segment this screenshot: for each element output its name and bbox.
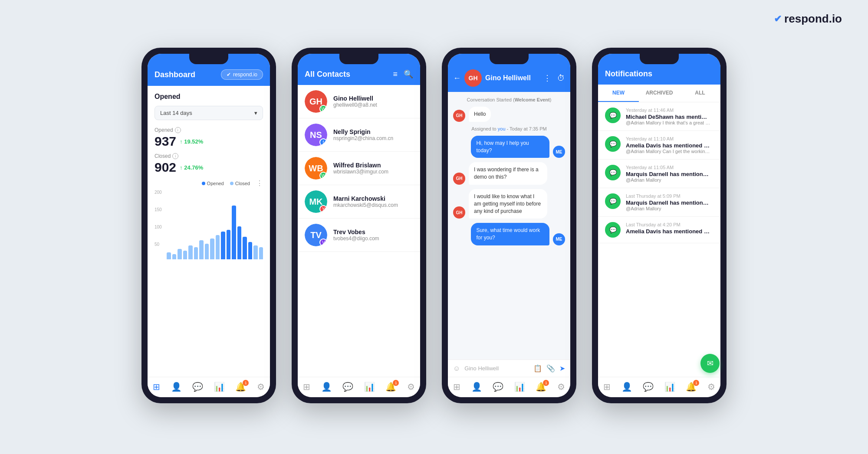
notification-text: Last Thursday at 4:20 PM Amelia Davis ha… xyxy=(626,222,710,238)
chart-legend: Opened Closed ⋮ xyxy=(155,179,263,187)
msg-avatar-sent-2: ME xyxy=(553,233,565,245)
msg-received-2: GH I was wondering if there is a demo on… xyxy=(453,162,565,185)
nav-contacts-icon[interactable]: 👤 xyxy=(621,382,632,392)
nav-settings-icon[interactable]: ⚙ xyxy=(557,382,565,392)
contact-platform-badge: V xyxy=(319,238,327,246)
contact-item[interactable]: TV V Trev Vobes tvobes4@diigo.com xyxy=(298,219,420,252)
more-icon[interactable]: ⋮ xyxy=(543,73,551,83)
chart-bar xyxy=(221,232,225,259)
nav-contacts-icon[interactable]: 👤 xyxy=(471,382,482,392)
attachment-icon[interactable]: 📎 xyxy=(546,364,555,372)
chat-header: ← GH Gino Helliwell ⋮ ⏱ xyxy=(448,54,570,92)
send-icon[interactable]: ➤ xyxy=(559,364,565,372)
info-icon[interactable]: ⏱ xyxy=(557,74,565,83)
contact-email: mkarchowski5@disqus.com xyxy=(333,202,398,208)
chevron-down-icon: ▾ xyxy=(254,110,257,116)
notification-item[interactable]: 💬 Yesterday at 11:10 AM Amelia Davis has… xyxy=(598,131,720,160)
dashboard-title: Dashboard xyxy=(155,70,195,79)
bubble-received-3: I would like to know what I am getting m… xyxy=(469,189,547,219)
tab-new[interactable]: NEW xyxy=(598,85,639,102)
nav-settings-icon[interactable]: ⚙ xyxy=(257,382,265,392)
nav-chat-icon[interactable]: 💬 xyxy=(493,382,503,392)
badge-check-icon: ✔ xyxy=(227,72,231,78)
notification-icon: 💬 xyxy=(605,222,621,238)
nav-stats-icon[interactable]: 📊 xyxy=(364,382,375,392)
nav-notif-icon[interactable]: 🔔1 xyxy=(385,382,396,392)
contact-item[interactable]: WB W Wilfred Brislawn wbrislawn3@imgur.c… xyxy=(298,152,420,185)
phone-dashboard: Dashboard ✔ respond.io Opened Last 14 da… xyxy=(141,48,276,403)
nav-notif-icon[interactable]: 🔔1 xyxy=(235,382,246,392)
bubble-received-2: I was wondering if there is a demo on th… xyxy=(469,162,547,185)
chat-input-field[interactable]: Gino Helliwell xyxy=(464,365,529,372)
search-icon[interactable]: 🔍 xyxy=(404,69,413,79)
nav-chat-icon[interactable]: 💬 xyxy=(342,382,353,392)
opened-dot xyxy=(202,182,205,185)
nav-home-icon[interactable]: ⊞ xyxy=(153,382,160,392)
contact-avatar: NS f xyxy=(305,124,327,146)
filter-icon[interactable]: ≡ xyxy=(393,70,398,79)
notification-title: Marquis Darnell has mentioned you i... xyxy=(626,199,710,206)
notification-item[interactable]: 💬 Last Thursday at 4:20 PM Amelia Davis … xyxy=(598,217,720,243)
tab-archived[interactable]: ARCHIVED xyxy=(639,85,680,102)
msg-avatar-sent-1: ME xyxy=(553,146,565,158)
notification-time: Yesterday at 11:10 AM xyxy=(626,136,710,141)
tab-all[interactable]: ALL xyxy=(680,85,720,102)
emoji-icon[interactable]: ☺ xyxy=(453,365,460,372)
nav-home-icon[interactable]: ⊞ xyxy=(453,382,460,392)
dashboard-badge: ✔ respond.io xyxy=(221,69,263,80)
nav-contacts-icon[interactable]: 👤 xyxy=(171,382,182,392)
notification-time: Last Thursday at 5:09 PM xyxy=(626,193,710,199)
contact-info: Nelly Sprigin nspringin2@china.com.cn xyxy=(333,128,393,141)
chat-input-bar: ☺ Gino Helliwell 📋 📎 ➤ xyxy=(448,359,570,377)
fab-compose[interactable]: ✉ xyxy=(700,354,720,373)
notification-item[interactable]: 💬 Yesterday at 11:05 AM Marquis Darnell … xyxy=(598,160,720,188)
nav-stats-icon[interactable]: 📊 xyxy=(214,382,225,392)
back-icon[interactable]: ← xyxy=(453,74,461,83)
chart-bar xyxy=(237,226,242,259)
phone-dashboard-inner: Dashboard ✔ respond.io Opened Last 14 da… xyxy=(148,54,270,397)
contact-item[interactable]: MK Y Marni Karchowski mkarchowski5@disqu… xyxy=(298,185,420,219)
contact-avatar: TV V xyxy=(305,224,327,246)
contact-info: Gino Helliwell ghelliwell0@a8.net xyxy=(333,95,377,108)
chat-contact-name: Gino Helliwell xyxy=(485,74,540,82)
contacts-list: GH W Gino Helliwell ghelliwell0@a8.net N… xyxy=(298,85,420,377)
nav-settings-icon[interactable]: ⚙ xyxy=(707,382,715,392)
nav-settings-icon[interactable]: ⚙ xyxy=(407,382,415,392)
nav-notif-icon[interactable]: 🔔1 xyxy=(536,382,546,392)
notif-badge: 1 xyxy=(393,380,399,386)
closed-value: 902 ↑ 24.76% xyxy=(155,160,263,175)
chart-bar xyxy=(210,238,214,259)
logo-text: respond.io xyxy=(784,12,842,26)
contacts-header-icons: ≡ 🔍 xyxy=(393,69,413,79)
nav-chat-icon[interactable]: 💬 xyxy=(192,382,203,392)
chart-bar xyxy=(199,240,204,259)
nav-chat-icon[interactable]: 💬 xyxy=(643,382,654,392)
contact-item[interactable]: NS f Nelly Sprigin nspringin2@china.com.… xyxy=(298,118,420,152)
notification-text: Yesterday at 11:46 AM Michael DeShawn ha… xyxy=(626,108,710,125)
chart-bar xyxy=(205,244,209,259)
bubble-sent-1: Hi, how may I help you today? xyxy=(471,136,549,158)
opened-stat: Opened i 937 ↑ 19.52% xyxy=(155,127,263,149)
notification-time: Yesterday at 11:46 AM xyxy=(626,108,710,113)
more-icon[interactable]: ⋮ xyxy=(256,179,263,187)
nav-contacts-icon[interactable]: 👤 xyxy=(321,382,332,392)
notification-item[interactable]: 💬 Yesterday at 11:46 AM Michael DeShawn … xyxy=(598,102,720,131)
msg-sent-2: Sure, what time would work for you? ME xyxy=(453,223,565,245)
nav-notif-icon[interactable]: 🔔1 xyxy=(686,382,697,392)
chart-bar xyxy=(253,245,258,259)
nav-stats-icon[interactable]: 📊 xyxy=(664,382,675,392)
nav-home-icon[interactable]: ⊞ xyxy=(303,382,310,392)
bar-chart: 200 150 100 50 xyxy=(155,190,263,259)
notifications-title: Notifications xyxy=(605,69,652,78)
date-filter[interactable]: Last 14 days ▾ xyxy=(155,106,263,120)
opened-pct: ↑ 19.52% xyxy=(180,138,203,145)
contacts-nav: ⊞ 👤 💬 📊 🔔1 ⚙ xyxy=(298,377,420,397)
file-icon[interactable]: 📋 xyxy=(533,364,542,372)
contact-avatar: MK Y xyxy=(305,190,327,213)
contact-email: tvobes4@diigo.com xyxy=(333,235,379,242)
chart-bar xyxy=(216,235,220,259)
nav-home-icon[interactable]: ⊞ xyxy=(603,382,611,392)
contact-item[interactable]: GH W Gino Helliwell ghelliwell0@a8.net xyxy=(298,85,420,118)
nav-stats-icon[interactable]: 📊 xyxy=(514,382,525,392)
notification-item[interactable]: 💬 Last Thursday at 5:09 PM Marquis Darne… xyxy=(598,188,720,217)
